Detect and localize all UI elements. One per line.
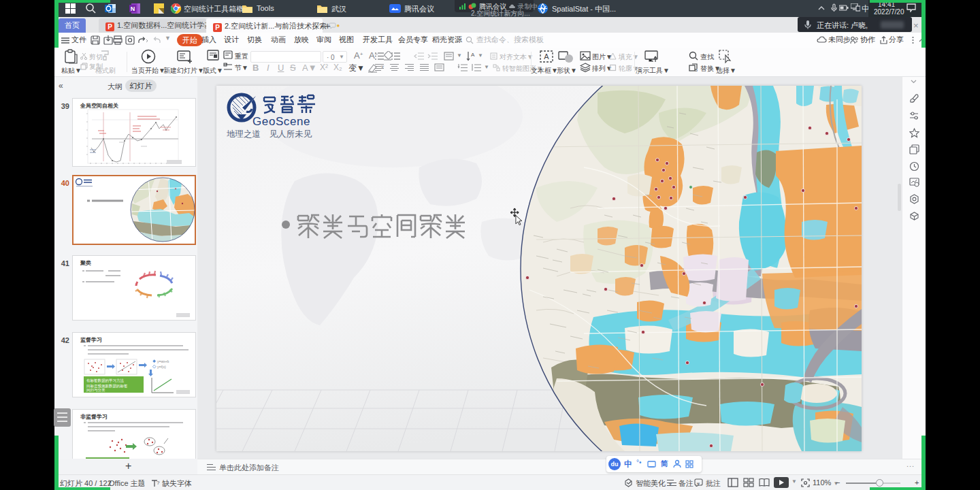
svg-text:?: ?	[157, 480, 160, 486]
svg-text:监督学习: 监督学习	[80, 337, 102, 343]
svg-text:A: A	[544, 52, 549, 61]
svg-text:N: N	[131, 5, 135, 12]
svg-text:A: A	[471, 52, 475, 58]
svg-text:全局空间自相关: 全局空间自相关	[80, 102, 118, 109]
svg-text:y=wx+b: y=wx+b	[157, 359, 169, 363]
svg-text:非监督学习: 非监督学习	[80, 414, 108, 420]
svg-text:B: B	[695, 68, 698, 72]
svg-text:GeoScene: GeoScene	[252, 115, 310, 128]
svg-text:有标签数据的学习方法: 有标签数据的学习方法	[86, 378, 125, 383]
svg-text:地理之道 见人所未见: 地理之道 见人所未见	[227, 129, 312, 139]
svg-text:聚类: 聚类	[80, 260, 91, 266]
svg-text:回归与分类: 回归与分类	[86, 388, 105, 393]
svg-text:y=f(x): y=f(x)	[157, 365, 166, 369]
